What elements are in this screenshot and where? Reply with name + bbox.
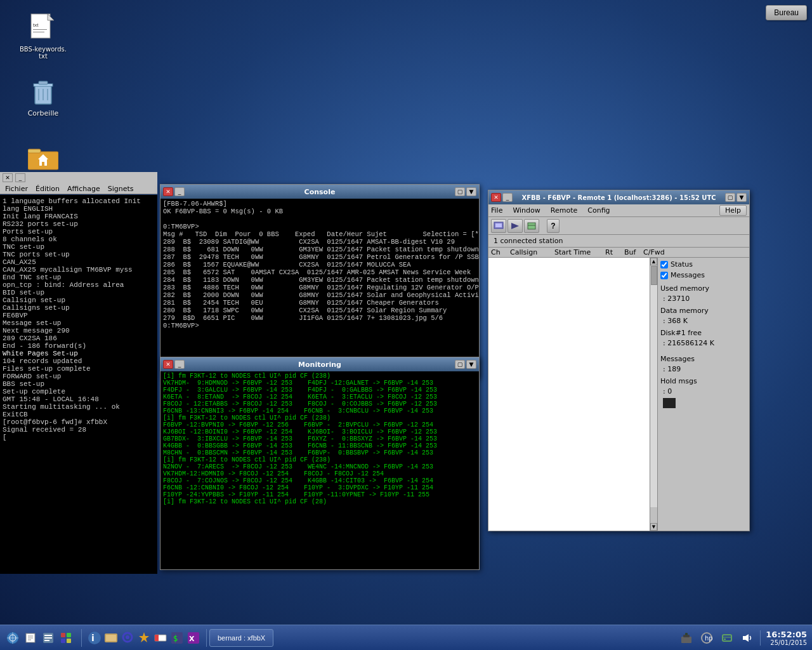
- svg-text:i: i: [91, 633, 95, 643]
- xfbb-menu-config[interactable]: Config: [587, 206, 610, 215]
- disk-free-label: Disk#1 free: [660, 329, 702, 337]
- col-callsign: Callsign: [510, 248, 554, 256]
- xfbb-close-btn[interactable]: ✕: [491, 193, 501, 202]
- xfbb-scrollbar[interactable]: ▲ ▼: [650, 258, 657, 531]
- disk-free-value: : 216586124 K: [663, 339, 714, 347]
- messages-label: Messages: [660, 355, 695, 363]
- svg-text:hp: hp: [705, 635, 713, 642]
- taskbar-icon-apps[interactable]: [58, 630, 74, 646]
- svg-rect-33: [44, 640, 49, 641]
- console-prompt2: 0:TM6BVP>: [163, 322, 199, 329]
- date-value: 25/01/2015: [766, 639, 807, 646]
- taskbar-icon-2[interactable]: [103, 630, 119, 646]
- svg-text:X: X: [189, 635, 195, 643]
- svg-marker-19: [511, 223, 519, 229]
- menu-affichage[interactable]: Affichage: [67, 185, 100, 193]
- svg-point-38: [88, 632, 101, 644]
- toolbar-btn-3[interactable]: [524, 219, 539, 233]
- console-close-btn[interactable]: ✕: [163, 187, 173, 196]
- terminal-line-17: Next message 290: [3, 327, 70, 335]
- console-max-btn[interactable]: ▢: [455, 187, 465, 196]
- console-msg-0: 289 B$ 23089 SATDIG@WW CX2SA 0125/1647 A…: [163, 238, 455, 246]
- terminal-line-10: End TNC set-up: [3, 274, 61, 281]
- desktop-icon-corbeille[interactable]: Corbeille: [18, 76, 69, 117]
- toolbar-btn-1[interactable]: [491, 219, 506, 233]
- left-panel-close-btn[interactable]: ✕: [3, 173, 13, 182]
- mon-line-17: F10YP -24:YVPBBS -> F10YP -11 254 F10YP …: [163, 491, 429, 498]
- taskbar-separator-1: [81, 629, 82, 647]
- terminal-line-4: Ports set-up: [3, 228, 53, 235]
- terminal-line-21: 104 records updated: [3, 357, 82, 365]
- messages-checkbox[interactable]: [660, 272, 668, 279]
- taskbar-icon-6[interactable]: $: [169, 630, 185, 646]
- svg-rect-16: [42, 162, 44, 166]
- scroll-thumb[interactable]: [651, 266, 657, 285]
- mon-line-7: F6BVP -12:BVPNI0 -> F6BVP -12 256 F6BVP …: [163, 421, 433, 428]
- taskbar-icon-5[interactable]: [153, 630, 168, 646]
- menu-fichier[interactable]: Fichier: [5, 185, 28, 193]
- hold-msgs-label: Hold msgs: [660, 377, 697, 385]
- menu-signets[interactable]: Signets: [108, 185, 134, 193]
- xfbb-max-btn[interactable]: ▢: [725, 193, 735, 202]
- svg-rect-35: [67, 633, 71, 637]
- terminal-line-29: [root@f6bvp-6 fwd]# xfbbX: [3, 418, 107, 426]
- left-panel-min-btn[interactable]: _: [15, 173, 25, 182]
- taskbar-icon-7[interactable]: X: [186, 630, 201, 646]
- tray-icon-1[interactable]: [679, 630, 694, 646]
- console-msg-5: 284 B$ 1183 DOWN 0WW GM3YEW 0125/1647 Pa…: [163, 276, 479, 284]
- terminal-line-28: ExitCB: [3, 411, 28, 418]
- mon-line-1: VK7HDM- 9:HDMNOD -> F6BVP -12 253 F4DFJ …: [163, 380, 433, 387]
- taskbar-icon-menu[interactable]: [41, 630, 56, 646]
- console-min-btn[interactable]: _: [174, 187, 185, 196]
- mon-line-2: F4DFJ - 3:GALCLU -> F6BVP -14 253 F4DFJ …: [163, 387, 437, 394]
- console-msg-3: 286 B$ 1567 EQUAKE@WW CX2SA 0125/1647 MO…: [163, 261, 411, 269]
- tray-volume-icon[interactable]: [740, 630, 755, 646]
- corbeille-icon-label: Corbeille: [28, 109, 59, 117]
- taskbar-window-btn[interactable]: bernard : xfbbX: [209, 629, 273, 647]
- mon-line-10: K4GBB - 0:BBSGBB -> F6BVP -14 253 F6CNB …: [163, 442, 437, 449]
- trash-icon: [28, 76, 58, 107]
- terminal-line-6: TNC set-up: [3, 243, 44, 251]
- desktop-icon-bbs[interactable]: txt BBS-keywords.txt: [18, 13, 69, 60]
- status-checkbox-row: Status: [660, 260, 747, 269]
- toolbar-help-btn[interactable]: ?: [547, 219, 560, 233]
- tray-icon-3[interactable]: [719, 630, 735, 646]
- taskbar-icon-files[interactable]: [23, 630, 38, 646]
- menu-edition[interactable]: Édition: [36, 185, 60, 193]
- monitoring-extra-btn[interactable]: ▼: [466, 360, 476, 369]
- console-body: [FBB-7.06-AHWR$] OK F6BVP-BBS = 0 Msg(s)…: [160, 199, 479, 362]
- used-memory-label: Used memory: [660, 284, 709, 293]
- stats-block: Used memory : 23710 Data memory : 368 K …: [660, 284, 747, 408]
- taskbar-icon-network[interactable]: [5, 630, 20, 646]
- xfbb-menu-file[interactable]: File: [491, 206, 502, 215]
- scroll-up-arrow[interactable]: ▲: [650, 258, 657, 265]
- terminal-line-16: Message set-up: [3, 319, 61, 327]
- monitoring-min-btn[interactable]: _: [174, 360, 185, 369]
- tray-icon-2[interactable]: hp: [699, 630, 714, 646]
- console-msg-2: 287 B$ 29478 TECH 0WW G8MNY 0125/1647 Pe…: [163, 253, 479, 261]
- xfbb-extra-btn[interactable]: ▼: [737, 193, 747, 202]
- terminal-line-0: 1 language buffers allocated: [3, 197, 120, 205]
- messages-value: : 189: [663, 365, 681, 373]
- console-titlebar: ✕ _ Console ▢ ▼: [160, 185, 479, 199]
- xfbb-menu-window[interactable]: Window: [513, 206, 540, 215]
- monitoring-close-btn[interactable]: ✕: [163, 360, 173, 369]
- console-extra-btn[interactable]: ▼: [466, 187, 476, 196]
- monitoring-max-btn[interactable]: ▢: [455, 360, 465, 369]
- xfbb-menu-help[interactable]: Help: [719, 205, 747, 216]
- xfbb-menu-remote[interactable]: Remote: [551, 206, 577, 215]
- taskbar-icon-3[interactable]: [120, 630, 135, 646]
- taskbar-icon-1[interactable]: i: [87, 630, 102, 646]
- taskbar-icon-4[interactable]: [136, 630, 152, 646]
- xfbb-min-btn[interactable]: _: [502, 193, 513, 202]
- svg-point-43: [126, 635, 129, 639]
- tray-separator: [760, 630, 761, 646]
- bureau-button[interactable]: Bureau: [766, 5, 807, 20]
- mon-line-5: F6CNB -13:CNBNI3 -> F6BVP -14 254 F6CNB …: [163, 408, 433, 415]
- monitoring-title: Monitoring: [185, 361, 455, 369]
- toolbar-btn-2[interactable]: [508, 219, 523, 233]
- svg-text:$: $: [173, 634, 178, 643]
- status-checkbox[interactable]: [660, 261, 668, 269]
- scroll-down-arrow[interactable]: ▼: [650, 523, 657, 531]
- terminal-line-24: BBS set-up: [3, 380, 44, 388]
